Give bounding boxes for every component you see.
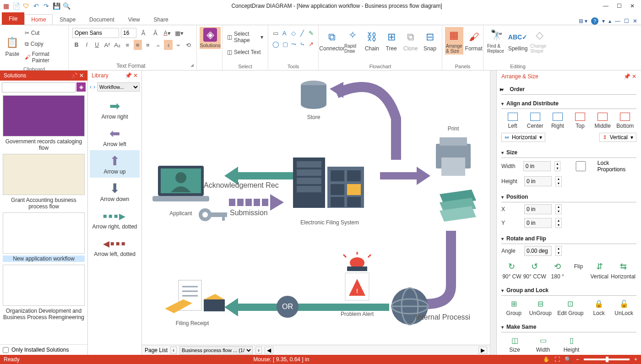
spelling-button[interactable]: ABC✓Spelling — [507, 29, 528, 53]
snap-button[interactable]: ⊟Snap — [421, 29, 439, 53]
edit-group-button[interactable]: ⊡Edit Group — [557, 299, 583, 316]
library-shapes-list[interactable]: ➡Arrow right ⬅Arrow left ⬆Arrow up ⬇Arro… — [88, 93, 141, 355]
clone-button[interactable]: ⧉Clone — [402, 29, 420, 53]
distribute-vertical-select[interactable]: ⇕Vertical ▾ — [599, 133, 636, 142]
close-button[interactable]: ✕ — [630, 3, 635, 9]
angle-input[interactable] — [524, 246, 552, 256]
rotate-180-button[interactable]: ⟲180 ° — [548, 261, 567, 280]
shrink-font-button[interactable]: Ǎ — [150, 28, 160, 38]
pin-icon[interactable]: 📌 — [71, 72, 78, 79]
subscript-button[interactable]: A₂ — [113, 40, 121, 50]
solution-item-selected[interactable]: New application workflow — [3, 212, 85, 262]
lib-next-icon[interactable]: › — [93, 84, 95, 90]
lock-proportions-checkbox[interactable] — [568, 161, 594, 171]
height-spinner[interactable]: ▲▼ — [555, 176, 562, 186]
scroll-left-button[interactable]: ◀ — [265, 347, 273, 354]
section-size[interactable]: Size — [501, 147, 636, 158]
tool-line-button[interactable]: ╱ — [299, 28, 305, 38]
width-input[interactable] — [523, 161, 551, 171]
underline-button[interactable]: U — [93, 40, 101, 50]
lock-button[interactable]: 🔒Lock — [589, 299, 608, 316]
zoom-out-button[interactable]: − — [576, 356, 579, 363]
help-max-icon[interactable]: ☐ — [624, 18, 629, 24]
paste-button[interactable]: 📋 Paste — [3, 34, 22, 58]
same-width-button[interactable]: ▭Width — [533, 336, 553, 353]
section-align[interactable]: Align and Distribute — [501, 98, 636, 109]
arrange-size-button[interactable]: ▦Arrange & Size — [445, 27, 463, 54]
font-size-select[interactable] — [121, 28, 136, 38]
find-replace-button[interactable]: 🔭Find & Replace — [486, 27, 506, 54]
status-zoom-icon[interactable]: 🔍 — [565, 356, 571, 363]
node-print[interactable]: Print — [428, 125, 478, 183]
distribute-horizontal-select[interactable]: ⇔Horizontal ▾ — [501, 133, 545, 142]
zoom-slider[interactable] — [584, 359, 630, 360]
select-text-button[interactable]: ◫Select Text — [226, 47, 264, 57]
height-input[interactable] — [524, 176, 552, 186]
format-painter-button[interactable]: 🖌Format Painter — [24, 50, 65, 65]
tab-share[interactable]: Share — [147, 14, 175, 25]
flip-vertical-button[interactable]: ⇵Vertical — [590, 261, 609, 280]
tab-home[interactable]: Home — [24, 14, 53, 25]
copy-button[interactable]: ⧉Copy — [24, 39, 65, 49]
qat-undo-icon[interactable]: ↶ — [32, 2, 40, 10]
tab-view[interactable]: View — [121, 14, 147, 25]
align-middle-button[interactable]: Middle — [593, 113, 612, 129]
font-select[interactable] — [72, 28, 119, 38]
solution-item[interactable]: Organization Development and Business Pr… — [3, 265, 85, 321]
node-filing[interactable]: Filing Receipt — [156, 277, 229, 326]
arrange-close-icon[interactable]: ✕ — [632, 73, 636, 80]
status-fit-icon[interactable]: ⛶ — [554, 356, 560, 363]
help-collapse-icon[interactable]: ▴ — [608, 18, 611, 24]
angle-spinner[interactable]: ▲▼ — [555, 246, 562, 256]
same-height-button[interactable]: ▯Height — [562, 336, 581, 353]
help-grid-icon[interactable]: ⊞ ▾ — [579, 18, 587, 24]
status-hand-icon[interactable]: ✋ — [543, 356, 550, 363]
rotate-cw-button[interactable]: ↻90° CW — [502, 261, 521, 280]
width-spinner[interactable]: ▲▼ — [554, 161, 560, 171]
align-bottom-button[interactable]: Bottom — [615, 113, 635, 129]
italic-button[interactable]: I — [82, 40, 91, 50]
align-center-button[interactable]: Center — [526, 113, 545, 129]
page-next-button[interactable]: › — [255, 347, 262, 354]
solution-item[interactable]: Grant Accounting business process flow — [3, 154, 85, 210]
scroll-right-button[interactable]: ▶ — [478, 347, 487, 354]
align-left-button[interactable]: ≡ — [123, 40, 131, 50]
node-alert[interactable]: ! Problem Alert — [327, 254, 387, 317]
qat-redo-icon[interactable]: ↷ — [42, 2, 50, 10]
tool-move-button[interactable]: ↗ — [308, 39, 315, 49]
tab-file[interactable]: File — [2, 12, 24, 25]
shape-arrow-right-dotted[interactable]: ▪▪▪▸Arrow right, dotted — [90, 205, 140, 233]
qat-preview-icon[interactable]: 🔍 — [62, 2, 71, 10]
tool-ellipse-button[interactable]: ◯ — [272, 39, 280, 49]
tree-button[interactable]: ⊞Tree — [382, 29, 400, 53]
align-center-button[interactable]: ≡ — [134, 40, 142, 50]
tool-poly-button[interactable]: ◇ — [290, 28, 297, 38]
superscript-button[interactable]: A² — [103, 40, 111, 50]
help-min-icon[interactable]: — — [615, 18, 620, 24]
solutions-close-icon[interactable]: ✕ — [79, 72, 84, 79]
grow-font-button[interactable]: Â — [138, 28, 148, 38]
qat-save-icon[interactable]: 💾 — [52, 2, 60, 10]
section-position[interactable]: Position — [501, 192, 636, 202]
tab-document[interactable]: Document — [82, 14, 121, 25]
bold-button[interactable]: B — [72, 40, 81, 50]
align-right-button[interactable]: ≡ — [144, 40, 152, 50]
y-spinner[interactable]: ▲▼ — [555, 218, 562, 228]
help-dropdown[interactable]: ▾ — [602, 18, 605, 24]
shape-arrow-right[interactable]: ➡Arrow right — [90, 95, 140, 123]
tool-pen-button[interactable]: ✎ — [308, 28, 315, 38]
section-rotate[interactable]: Rotate and Flip — [501, 234, 636, 244]
group-button[interactable]: ⊞Group — [504, 299, 523, 316]
section-group-lock[interactable]: Group and Lock — [501, 285, 636, 296]
chain-button[interactable]: ⛓Chain — [363, 29, 381, 53]
align-right-button[interactable]: Right — [548, 113, 567, 129]
solutions-logo-icon[interactable]: ◈ — [76, 82, 86, 92]
vertical-scrollbar[interactable] — [490, 71, 496, 355]
valign-top-button[interactable]: ⫠ — [154, 40, 162, 50]
highlight-button[interactable]: ▦▾ — [174, 28, 184, 38]
tool-connector-button[interactable]: ⤷ — [299, 39, 306, 49]
page-select[interactable]: Business process flow ... (1/1) — [179, 346, 253, 354]
canvas[interactable]: Store Print — [142, 71, 496, 355]
solutions-button[interactable]: ◈ Solutions — [200, 27, 221, 49]
align-left-button[interactable]: Left — [503, 113, 522, 129]
